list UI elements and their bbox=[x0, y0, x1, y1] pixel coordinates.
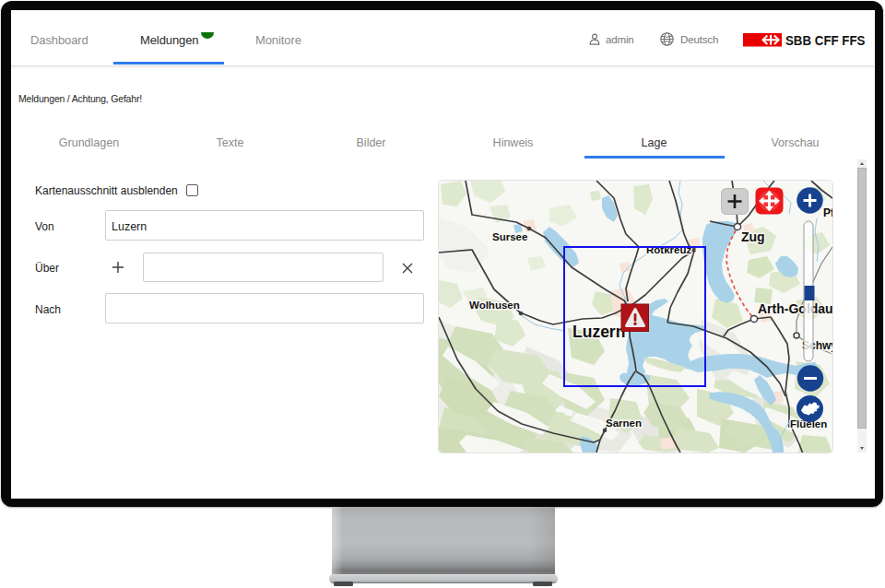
svg-text:Luzern: Luzern bbox=[572, 323, 625, 341]
svg-text:Arth-Goldau: Arth-Goldau bbox=[758, 301, 832, 316]
svg-text:Wolhusen: Wolhusen bbox=[469, 300, 520, 311]
svg-text:Pf: Pf bbox=[823, 206, 832, 219]
svg-text:Sarnen: Sarnen bbox=[606, 417, 642, 429]
svg-text:Zug: Zug bbox=[741, 229, 765, 244]
svg-text:Rotkreuz: Rotkreuz bbox=[646, 244, 691, 255]
svg-text:Sursee: Sursee bbox=[492, 231, 527, 242]
